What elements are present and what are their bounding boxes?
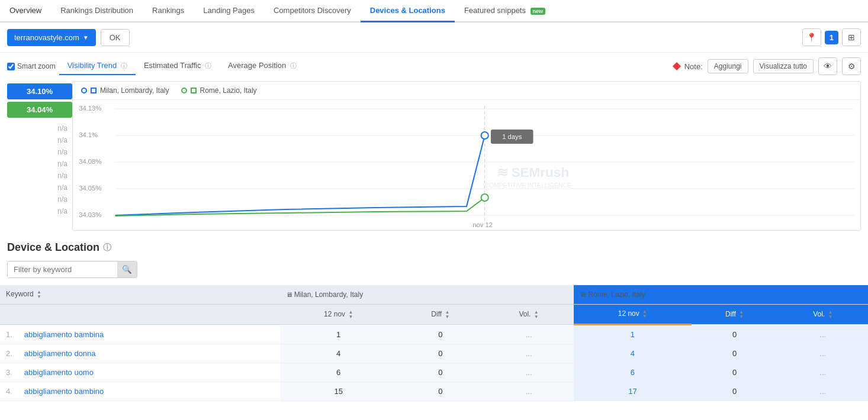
milan-date-val: 6 — [280, 363, 397, 382]
sidebar-row: n/a — [7, 170, 72, 182]
rome-diff-header[interactable]: Diff ▲▼ — [692, 305, 778, 325]
sidebar-row: n/a — [7, 134, 72, 146]
nav-devices-locations[interactable]: Devices & Locations — [361, 0, 455, 22]
sort-arrows-rome-date: ▲▼ — [642, 309, 647, 319]
toolbar-left: terranovastyle.com ▼ OK — [7, 29, 130, 46]
ok-button[interactable]: OK — [101, 29, 130, 46]
search-button[interactable]: 🔍 — [117, 261, 137, 277]
eye-icon[interactable]: 👁 — [818, 57, 837, 75]
info-icon: ⓘ — [290, 62, 297, 69]
rome-diff-val: 0 — [692, 363, 778, 382]
legend-green-circle — [181, 88, 187, 93]
milan-vol-header[interactable]: Vol. ▲▼ — [484, 305, 574, 325]
rome-date-header[interactable]: 12 nov ▲▼ — [574, 305, 691, 325]
milan-vol-val: ... — [484, 344, 574, 363]
rome-vol-header[interactable]: Vol. ▲▼ — [778, 305, 868, 325]
rome-date-val: 17 — [574, 382, 691, 401]
legend-blue-circle — [81, 88, 87, 93]
tab-estimated-traffic[interactable]: Estimated Traffic ⓘ — [136, 57, 220, 75]
nav-featured-snippets[interactable]: Featured snippets new — [455, 0, 555, 22]
location-pin-icon[interactable]: 📍 — [802, 28, 821, 46]
milan-diff-header[interactable]: Diff ▲▼ — [397, 305, 484, 325]
num-col-header — [0, 305, 18, 325]
chart-sidebar: 34.10% 34.04% n/a n/a n/a n/a n/a n/a n/… — [7, 81, 72, 231]
filter-input-wrap: 🔍 — [7, 261, 137, 278]
keyword-filter-input[interactable] — [8, 261, 117, 277]
section-info-icon: ⓘ — [103, 243, 111, 253]
smart-zoom-checkbox[interactable] — [7, 63, 15, 70]
keyword-col-header[interactable]: Keyword ▲▼ — [0, 285, 280, 305]
svg-text:34.05%: 34.05% — [79, 185, 101, 192]
nav-landing-pages[interactable]: Landing Pages — [194, 0, 264, 22]
sort-arrows-milan-diff: ▲▼ — [445, 310, 449, 319]
chart-svg-area: 34.13% 34.1% 34.08% 34.05% 34.03% — [73, 100, 860, 230]
row-keyword[interactable]: abbigliamento bambina — [18, 325, 280, 344]
chart-area: 34.10% 34.04% n/a n/a n/a n/a n/a n/a n/… — [0, 75, 868, 231]
row-keyword[interactable]: abbigliamento bambino — [18, 382, 280, 401]
top-navigation: Overview Rankings Distribution Rankings … — [0, 0, 868, 22]
milan-diff-val: 0 — [397, 363, 484, 382]
sort-arrows-rome-diff: ▲▼ — [739, 310, 744, 319]
svg-text:34.1%: 34.1% — [79, 131, 98, 138]
rome-vol-val: ... — [778, 363, 868, 382]
chevron-down-icon: ▼ — [83, 34, 89, 41]
domain-selector[interactable]: terranovastyle.com ▼ — [7, 29, 96, 46]
nav-rankings-distribution[interactable]: Rankings Distribution — [51, 0, 143, 22]
rome-diff-val: 0 — [692, 344, 778, 363]
settings-icon[interactable]: ⚙ — [842, 57, 861, 75]
row-num: 2. — [0, 344, 18, 363]
svg-point-12 — [481, 194, 488, 201]
toolbar-right: 📍 1 ⊞ — [802, 28, 861, 46]
add-note-button[interactable]: Aggiungi — [708, 59, 748, 73]
rome-vol-val: ... — [778, 325, 868, 344]
nav-competitors-discovery[interactable]: Competitors Discovery — [264, 0, 361, 22]
info-icon: ⓘ — [205, 62, 211, 69]
svg-text:34.13%: 34.13% — [79, 105, 101, 112]
rome-date-val: 4 — [574, 344, 691, 363]
sidebar-row: n/a — [7, 158, 72, 170]
tab-average-position[interactable]: Average Position ⓘ — [220, 57, 305, 75]
grid-icon[interactable]: ⊞ — [842, 28, 861, 46]
nav-rankings[interactable]: Rankings — [143, 0, 194, 22]
sidebar-row: n/a — [7, 122, 72, 134]
table-row: 3. abbigliamento uomo 6 0 ... 6 0 ... — [0, 363, 868, 382]
note-label: Note: — [684, 62, 703, 71]
note-diamond-icon — [673, 62, 681, 70]
legend-blue-square — [91, 88, 97, 93]
row-keyword[interactable]: abbigliamento uomo — [18, 363, 280, 382]
chart-svg: 34.13% 34.1% 34.08% 34.05% 34.03% — [73, 100, 860, 230]
milan-date-header[interactable]: 12 nov ▲▼ — [280, 305, 397, 325]
milan-vol-val: ... — [484, 363, 574, 382]
milan-diff-val: 0 — [397, 382, 484, 401]
smart-zoom-label: Smart zoom — [17, 62, 56, 70]
svg-point-11 — [481, 132, 488, 139]
sort-arrows-keyword: ▲▼ — [37, 290, 41, 299]
milan-group-header: 🖥 Milan, Lombardy, Italy — [280, 285, 574, 305]
nav-overview[interactable]: Overview — [0, 0, 51, 22]
data-table: Keyword ▲▼ 🖥 Milan, Lombardy, Italy 🖥 Ro… — [0, 285, 868, 401]
view-all-button[interactable]: Visualizza tutto — [753, 59, 814, 73]
row-num: 1. — [0, 325, 18, 344]
metrics-tabs: Visibility Trend ⓘ Estimated Traffic ⓘ A… — [59, 57, 305, 75]
milan-date-val: 1 — [280, 325, 397, 344]
milan-vol-val: ... — [484, 382, 574, 401]
svg-text:nov 12: nov 12 — [472, 221, 493, 228]
toolbar: terranovastyle.com ▼ OK 📍 1 ⊞ — [0, 22, 868, 53]
tab-visibility-trend[interactable]: Visibility Trend ⓘ — [59, 57, 136, 75]
milan-vol-val: ... — [484, 325, 574, 344]
sidebar-row: n/a — [7, 182, 72, 193]
rome-diff-val: 0 — [692, 325, 778, 344]
data-table-container: Keyword ▲▼ 🖥 Milan, Lombardy, Italy 🖥 Ro… — [0, 285, 868, 401]
sort-arrows-rome-vol: ▲▼ — [828, 310, 833, 319]
main-chart: Milan, Lombardy, Italy Rome, Lazio, Ital… — [72, 81, 861, 231]
rome-vol-val: ... — [778, 382, 868, 401]
note-section: Note: Aggiungi Visualizza tutto 👁 ⚙ — [674, 57, 861, 75]
table-row: 1. abbigliamento bambina 1 0 ... 1 0 ... — [0, 325, 868, 344]
svg-text:1 days: 1 days — [502, 133, 522, 140]
rome-visibility-badge: 34.04% — [7, 102, 72, 118]
row-keyword[interactable]: abbigliamento donna — [18, 344, 280, 363]
sidebar-row: n/a — [7, 193, 72, 205]
rome-group-header: 🖥 Rome, Lazio, Italy — [574, 285, 868, 305]
metrics-note-row: Smart zoom Visibility Trend ⓘ Estimated … — [0, 53, 868, 75]
sidebar-rows: n/a n/a n/a n/a n/a n/a n/a n/a — [7, 122, 72, 217]
